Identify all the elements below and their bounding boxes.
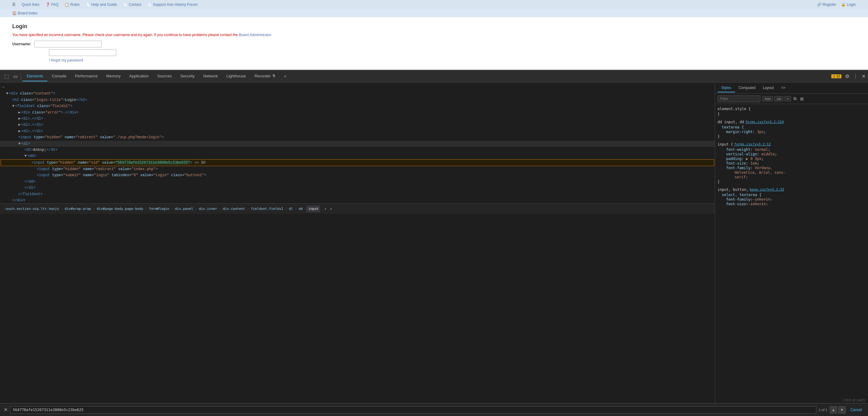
devtools-panel: ⬚ ▭ Elements Console Performance Memory … [0,70,868,416]
nav-support[interactable]: 📄 Support Axis History Forum [148,2,197,7]
tab-styles[interactable]: Styles [717,84,735,92]
breadcrumb-inner[interactable]: div.inner [197,206,219,213]
page-content: Login You have specified an incorrect us… [0,17,868,70]
tab-more[interactable]: » [280,71,290,81]
add-style-button[interactable]: + [784,96,790,101]
style-source-input[interactable]: forms.css?v=3.2:12 [734,142,771,147]
search-cancel-button[interactable]: Cancel [848,407,864,413]
nav-contact[interactable]: 📄 Contact [123,2,141,7]
breadcrumb-dl[interactable]: dl [287,206,295,213]
nav-faq[interactable]: ❓ FAQ [45,2,58,7]
tab-styles-more[interactable]: >> [777,84,789,92]
tab-recorder[interactable]: Recorder ⚗ [250,71,280,81]
filter-bar: :hov .cls + ⧉ ⊞ [715,94,868,104]
close-icon[interactable]: ✕ [860,72,867,81]
style-padding: padding: ▶ 0 3px; [717,157,866,161]
search-clear-icon[interactable]: ✕ [4,407,8,413]
tab-elements[interactable]: Elements [22,71,48,81]
style-selector-dd: dd input, dd forms.css?v=3.2:124 [717,120,866,125]
error-message: You have specified an incorrect username… [12,32,856,38]
search-next-button[interactable]: ▼ [838,406,846,414]
device-icon[interactable]: ▭ [12,72,19,81]
breadcrumb-page-body[interactable]: div#page-body.page-body [95,206,145,213]
hov-button[interactable]: :hov [762,96,773,101]
html-line-dl-2[interactable]: ▶<dl>…</dl> [0,122,715,128]
breadcrumb-input[interactable]: input [306,206,320,213]
breadcrumb-panel[interactable]: div.panel [173,206,195,213]
copy-icon[interactable]: ⧉ [792,95,798,102]
breadcrumb-nav-next[interactable]: › [328,203,334,214]
style-block-dd-input: dd input, dd forms.css?v=3.2:124 textare… [717,120,866,139]
tab-memory[interactable]: Memory [102,71,125,81]
html-line-dl-3[interactable]: ▶<dl>…</dl> [0,128,715,134]
html-line-dd-close[interactable]: </dd> [0,179,715,185]
board-index-link[interactable]: 🏠 Board index [12,11,37,15]
breadcrumb-content[interactable]: div.content [221,206,247,213]
settings-icon[interactable]: ⚙ [844,72,850,81]
tab-sources[interactable]: Sources [153,71,176,81]
breadcrumb-form[interactable]: form#login [147,206,171,213]
nav-register[interactable]: 🔗 Register [817,2,836,7]
html-line-fieldset-close[interactable]: </fieldset> [0,191,715,197]
breadcrumb-dd[interactable]: dd [297,206,304,213]
style-source-base[interactable]: base.css?v=3.2:33 [750,187,784,192]
nav-help[interactable]: 📄 Help and Guide [86,2,117,7]
html-line-dl-open[interactable]: ▼<dl> [0,141,715,147]
breadcrumb-nav-prev[interactable]: ‹ [323,203,328,214]
devtools-tabs-bar: ⬚ ▭ Elements Console Performance Memory … [0,70,868,83]
search-input[interactable] [10,406,816,414]
styles-filter-input[interactable] [717,95,760,102]
tab-security[interactable]: Security [176,71,199,81]
search-prev-button[interactable]: ▲ [830,406,837,414]
html-line-h2[interactable]: <h2 class="login-title">Login</h2> [0,97,715,103]
breadcrumb-touch[interactable]: :ouch.section-ucp.ltr.hasjs [2,206,61,213]
html-line-fieldset[interactable]: ▼<fieldset class="fields1"> [0,103,715,109]
new-style-icon[interactable]: ⊞ [799,95,805,102]
styles-panel: Styles Computed Layout >> :hov .cls + ⧉ … [715,83,868,403]
html-line-input-redirect[interactable]: <input type="hidden" name="redirect" val… [0,134,715,140]
html-line-dl-close[interactable]: </dl> [0,185,715,191]
html-line-input-sid[interactable]: <input type="hidden" name="sid" value="5… [1,159,714,166]
html-line-dl-1[interactable]: ▶<dl>…</dl> [0,116,715,122]
password-input[interactable] [49,49,116,56]
style-select-textarea: select, textarea { [717,193,866,197]
username-input[interactable] [34,41,101,48]
style-source-dd[interactable]: forms.css?v=3.2:124 [745,120,784,125]
forgot-password-link[interactable]: I forgot my password [49,58,83,62]
username-label: Username: [12,42,31,46]
tab-performance[interactable]: Performance [71,71,102,81]
breadcrumb-fieldset[interactable]: fieldset.fields1 [249,206,285,213]
notification-badge: ⚠ 12 [831,74,841,78]
tab-layout[interactable]: Layout [759,84,777,92]
inspect-icon[interactable]: ⬚ [3,72,10,81]
html-line-div-content[interactable]: ▼<div class="content"> [0,91,715,97]
html-line-dd-open[interactable]: ▼<dd> [0,153,715,159]
nav-quick-links[interactable]: Quick links [22,2,39,7]
devtools-left-icons: ⬚ ▭ [1,72,21,81]
style-font-family-cont2: serif; [717,175,866,179]
tab-application[interactable]: Application [125,71,153,81]
style-selector-input: input { forms.css?v=3.2:12 [717,142,866,147]
style-margin-right: margin-right: 3px; [717,130,866,134]
style-brace-close-element: } [717,112,866,116]
board-admin-link[interactable]: Board Administrator. [239,33,272,37]
tab-network[interactable]: Network [199,71,222,81]
style-font-size-inherit: font-size: inherit; [717,202,866,206]
html-line-div-close[interactable]: </div> [0,197,715,203]
more-icon[interactable]: ⋮ [852,72,859,81]
styles-tabs: Styles Computed Layout >> [715,83,868,94]
html-line-div-error[interactable]: ▶<div class="error">…</div> [0,110,715,116]
style-dd-close: } [717,134,866,139]
tab-console[interactable]: Console [48,71,71,81]
html-line-dt[interactable]: <dt>&nbsp;</dt> [0,147,715,153]
html-line-input-redirect2[interactable]: <input type="hidden" name="redirect" val… [0,166,715,172]
tab-lighthouse[interactable]: Lighthouse [222,71,250,81]
breadcrumb-wrap[interactable]: div#wrap.wrap [63,206,93,213]
nav-rules[interactable]: 📋 Rules [65,2,80,7]
style-textarea-open: textarea { [717,125,866,129]
elements-panel: ⋯ ▼<div class="content"> <h2 class="logi… [0,83,715,403]
html-line-input-submit[interactable]: <input type="submit" name="login" tabind… [0,172,715,178]
tab-computed[interactable]: Computed [735,84,759,92]
cls-button[interactable]: .cls [774,96,783,101]
nav-login[interactable]: 🔒 Login [841,2,856,7]
